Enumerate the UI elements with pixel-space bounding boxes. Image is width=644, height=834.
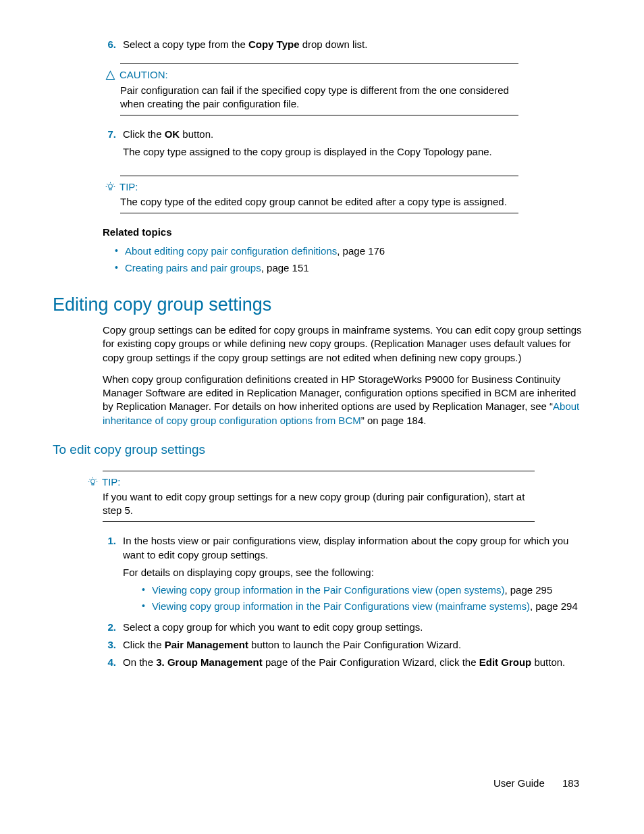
text-bold: 3. Group Management bbox=[156, 656, 263, 668]
list-item-4: 4. On the 3. Group Management page of th… bbox=[101, 656, 587, 669]
list-body: On the 3. Group Management page of the P… bbox=[123, 656, 587, 669]
tip-body: If you want to edit copy group settings … bbox=[103, 490, 535, 518]
caution-callout: CAUTION: Pair configuration can fail if … bbox=[120, 63, 518, 115]
bullet-icon: • bbox=[142, 583, 145, 597]
rule bbox=[103, 521, 535, 522]
svg-line-10 bbox=[95, 479, 97, 480]
list-body: In the hosts view or pair configurations… bbox=[123, 534, 587, 616]
svg-rect-6 bbox=[109, 188, 111, 190]
tip-body: The copy type of the edited copy group c… bbox=[120, 195, 518, 209]
text: , page 176 bbox=[337, 245, 385, 257]
caution-body: Pair configuration can fail if the speci… bbox=[120, 84, 518, 111]
list-marker: 3. bbox=[101, 638, 116, 652]
rule bbox=[120, 176, 518, 176]
page-number: 183 bbox=[562, 777, 579, 789]
bullet-icon: • bbox=[115, 261, 118, 275]
tip-callout: TIP: If you want to edit copy group sett… bbox=[103, 471, 535, 523]
text: drop down list. bbox=[300, 38, 368, 50]
svg-line-9 bbox=[89, 479, 90, 480]
paragraph: When copy group configuration definition… bbox=[103, 373, 587, 427]
list-body: Click the OK button. The copy type assig… bbox=[123, 128, 587, 163]
text: page of the Pair Configuration Wizard, c… bbox=[263, 656, 479, 668]
caution-head: CAUTION: bbox=[105, 68, 518, 82]
text: ” on page 184. bbox=[361, 415, 427, 426]
text-bold: Edit Group bbox=[479, 656, 532, 668]
link[interactable]: Viewing copy group information in the Pa… bbox=[152, 584, 504, 596]
text: In the hosts view or pair configurations… bbox=[123, 534, 587, 562]
paragraph: Copy group settings can be edited for co… bbox=[103, 323, 587, 365]
list-item-3: 3. Click the Pair Management button to l… bbox=[101, 638, 587, 652]
tip-icon bbox=[88, 477, 98, 487]
list-marker: 1. bbox=[101, 534, 116, 616]
list-body: Click the Pair Management button to laun… bbox=[123, 638, 587, 652]
svg-line-3 bbox=[113, 184, 114, 185]
tip-label: TIP: bbox=[102, 475, 121, 489]
text: , page 295 bbox=[504, 584, 552, 596]
related-item: • About editing copy pair configuration … bbox=[115, 244, 587, 258]
tip-callout: TIP: The copy type of the edited copy gr… bbox=[120, 176, 518, 214]
list-item-7: 7. Click the OK button. The copy type as… bbox=[101, 128, 587, 163]
sub-item: • Viewing copy group information in the … bbox=[142, 583, 587, 597]
text: Click the bbox=[123, 128, 165, 140]
rule bbox=[120, 213, 518, 213]
heading-editing-copy-group-settings: Editing copy group settings bbox=[53, 292, 587, 317]
text: When copy group configuration definition… bbox=[103, 373, 576, 413]
list-marker: 2. bbox=[101, 621, 116, 634]
list-marker: 6. bbox=[101, 38, 116, 51]
bullet-icon: • bbox=[115, 244, 118, 258]
svg-line-2 bbox=[107, 184, 108, 185]
list-marker: 4. bbox=[101, 656, 116, 669]
text: button to launch the Pair Configuration … bbox=[248, 639, 461, 650]
list-item-1: 1. In the hosts view or pair configurati… bbox=[101, 534, 587, 616]
text-bold: Copy Type bbox=[248, 38, 300, 50]
caution-label: CAUTION: bbox=[119, 68, 168, 82]
page-footer: User Guide 183 bbox=[493, 777, 579, 790]
list-item-2: 2. Select a copy group for which you wan… bbox=[101, 621, 587, 634]
related-item: • Creating pairs and pair groups, page 1… bbox=[115, 261, 587, 275]
caution-icon bbox=[105, 70, 115, 80]
text-bold: OK bbox=[165, 128, 180, 140]
text-bold: Pair Management bbox=[165, 639, 248, 650]
svg-point-7 bbox=[91, 479, 95, 484]
text: button. bbox=[531, 656, 565, 668]
link[interactable]: Viewing copy group information in the Pa… bbox=[152, 600, 530, 612]
heading-to-edit-copy-group-settings: To edit copy group settings bbox=[53, 441, 587, 459]
footer-label: User Guide bbox=[493, 777, 545, 789]
rule bbox=[103, 471, 535, 471]
list-body: Select a copy type from the Copy Type dr… bbox=[123, 38, 587, 51]
tip-head: TIP: bbox=[105, 180, 518, 194]
rule bbox=[120, 63, 518, 64]
link[interactable]: Creating pairs and pair groups bbox=[125, 262, 261, 273]
text: For details on displaying copy groups, s… bbox=[123, 566, 587, 579]
text: , page 294 bbox=[530, 600, 578, 612]
sub-item: • Viewing copy group information in the … bbox=[142, 600, 587, 613]
tip-icon bbox=[105, 182, 115, 192]
text: Select a copy group for which you want t… bbox=[123, 621, 587, 634]
text: , page 151 bbox=[261, 262, 309, 273]
link[interactable]: About editing copy pair configuration de… bbox=[125, 245, 337, 257]
bullet-icon: • bbox=[142, 600, 145, 613]
tip-label: TIP: bbox=[119, 180, 138, 194]
text: button. bbox=[180, 128, 213, 140]
tip-head: TIP: bbox=[88, 475, 535, 489]
svg-rect-13 bbox=[92, 484, 94, 485]
text: On the bbox=[123, 656, 156, 668]
svg-point-0 bbox=[109, 184, 113, 188]
related-topics-heading: Related topics bbox=[103, 226, 587, 239]
list-marker: 7. bbox=[101, 128, 116, 163]
list-item-6: 6. Select a copy type from the Copy Type… bbox=[101, 38, 587, 51]
rule bbox=[120, 115, 518, 115]
page-container: 6. Select a copy type from the Copy Type… bbox=[0, 0, 644, 834]
text: Click the bbox=[123, 639, 165, 650]
text: The copy type assigned to the copy group… bbox=[123, 145, 587, 159]
text: Select a copy type from the bbox=[123, 38, 248, 50]
